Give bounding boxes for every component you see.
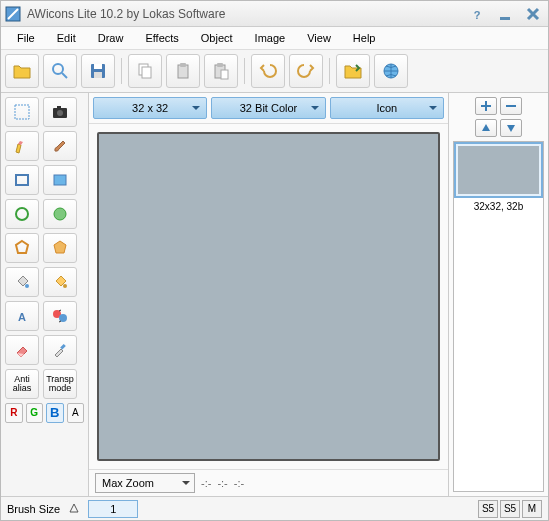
open-button[interactable] [5, 54, 39, 88]
menu-bar: File Edit Draw Effects Object Image View… [1, 27, 548, 50]
library-button[interactable] [336, 54, 370, 88]
svg-rect-20 [57, 106, 61, 109]
title-bar: AWicons Lite 10.2 by Lokas Software ? [1, 1, 548, 27]
image-list: 32x32, 32b [453, 141, 544, 492]
svg-point-31 [59, 314, 67, 322]
svg-rect-12 [180, 63, 186, 67]
svg-rect-7 [94, 64, 102, 69]
svg-text:A: A [18, 311, 26, 323]
format-bar: 32 x 32 32 Bit Color Icon [89, 93, 448, 124]
image-thumbnail[interactable] [454, 142, 543, 198]
svg-rect-14 [217, 63, 223, 67]
remove-image-button[interactable] [500, 97, 522, 115]
color-swap-tool[interactable] [43, 301, 77, 331]
zoom-dropdown[interactable]: Max Zoom [95, 473, 195, 493]
menu-edit[interactable]: Edit [47, 29, 86, 47]
svg-rect-10 [142, 67, 151, 78]
paste-button[interactable] [166, 54, 200, 88]
thumbnail-preview [458, 146, 539, 194]
image-list-panel: 32x32, 32b [448, 93, 548, 496]
channel-a[interactable]: A [67, 403, 85, 423]
rect-fill-tool[interactable] [43, 165, 77, 195]
eraser-tool[interactable] [5, 335, 39, 365]
status-toggles: S5 S5 M [478, 500, 542, 518]
antialias-toggle[interactable]: Anti alias [5, 369, 39, 399]
brush-icon [68, 502, 80, 516]
clipboard-button[interactable] [204, 54, 238, 88]
channel-row: R G B A [5, 403, 84, 423]
status-btn-1[interactable]: S5 [478, 500, 498, 518]
svg-point-19 [57, 110, 63, 116]
type-dropdown[interactable]: Icon [330, 97, 444, 119]
brush-size-label: Brush Size [7, 503, 60, 515]
menu-help[interactable]: Help [343, 29, 386, 47]
svg-marker-35 [70, 504, 78, 512]
thumbnail-label: 32x32, 32b [454, 198, 543, 215]
tool-panel: A Anti alias Transp mode R G B A [1, 93, 89, 496]
svg-marker-34 [507, 125, 515, 132]
menu-object[interactable]: Object [191, 29, 243, 47]
status-btn-3[interactable]: M [522, 500, 542, 518]
brush-size-value[interactable]: 1 [88, 500, 138, 518]
circle-outline-tool[interactable] [5, 199, 39, 229]
undo-button[interactable] [251, 54, 285, 88]
web-button[interactable] [374, 54, 408, 88]
svg-text:?: ? [474, 9, 481, 21]
svg-rect-15 [221, 70, 228, 79]
transparent-toggle[interactable]: Transp mode [43, 369, 77, 399]
polygon-fill-tool[interactable] [43, 233, 77, 263]
svg-point-28 [63, 284, 67, 288]
svg-point-4 [53, 64, 63, 74]
content-area: A Anti alias Transp mode R G B A 32 x 32… [1, 93, 548, 496]
title-text: AWicons Lite 10.2 by Lokas Software [27, 7, 225, 21]
menu-image[interactable]: Image [245, 29, 296, 47]
canvas-area: 32 x 32 32 Bit Color Icon Max Zoom -:- -… [89, 93, 448, 496]
color-depth-dropdown[interactable]: 32 Bit Color [211, 97, 325, 119]
channel-g[interactable]: G [26, 403, 44, 423]
svg-rect-3 [500, 17, 510, 20]
coord-3: -:- [234, 477, 244, 489]
camera-tool[interactable] [43, 97, 77, 127]
channel-r[interactable]: R [5, 403, 23, 423]
svg-marker-33 [482, 124, 490, 131]
close-button[interactable] [522, 4, 544, 24]
minimize-button[interactable] [494, 4, 516, 24]
menu-view[interactable]: View [297, 29, 341, 47]
menu-file[interactable]: File [7, 29, 45, 47]
eyedropper-tool[interactable] [43, 335, 77, 365]
svg-point-27 [25, 284, 29, 288]
menu-effects[interactable]: Effects [135, 29, 188, 47]
menu-draw[interactable]: Draw [88, 29, 134, 47]
svg-rect-8 [94, 72, 102, 78]
rect-outline-tool[interactable] [5, 165, 39, 195]
help-button[interactable]: ? [466, 4, 488, 24]
coord-2: -:- [217, 477, 227, 489]
search-button[interactable] [43, 54, 77, 88]
main-toolbar [1, 50, 548, 93]
save-button[interactable] [81, 54, 115, 88]
text-tool[interactable]: A [5, 301, 39, 331]
app-window: AWicons Lite 10.2 by Lokas Software ? Fi… [0, 0, 549, 521]
copy-button[interactable] [128, 54, 162, 88]
svg-point-23 [16, 208, 28, 220]
svg-marker-25 [16, 241, 28, 253]
svg-rect-22 [54, 175, 66, 185]
gradient-tool[interactable] [43, 267, 77, 297]
svg-rect-21 [16, 175, 28, 185]
size-dropdown[interactable]: 32 x 32 [93, 97, 207, 119]
fill-tool[interactable] [5, 267, 39, 297]
channel-b[interactable]: B [46, 403, 64, 423]
canvas[interactable] [97, 132, 440, 461]
status-btn-2[interactable]: S5 [500, 500, 520, 518]
coord-1: -:- [201, 477, 211, 489]
brush-tool[interactable] [43, 131, 77, 161]
move-up-button[interactable] [475, 119, 497, 137]
redo-button[interactable] [289, 54, 323, 88]
circle-fill-tool[interactable] [43, 199, 77, 229]
move-down-button[interactable] [500, 119, 522, 137]
canvas-wrapper [89, 124, 448, 469]
polygon-outline-tool[interactable] [5, 233, 39, 263]
add-image-button[interactable] [475, 97, 497, 115]
pencil-tool[interactable] [5, 131, 39, 161]
select-tool[interactable] [5, 97, 39, 127]
